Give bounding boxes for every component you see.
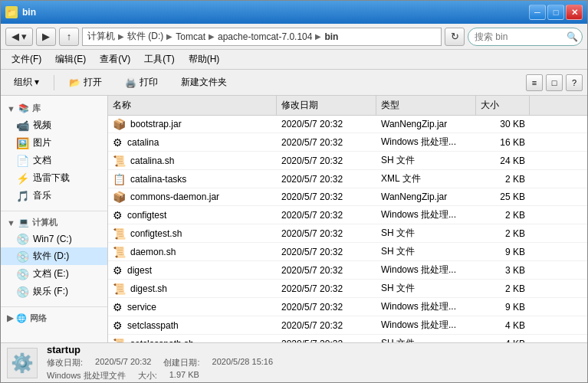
back-button[interactable]: ◀ ▾ [5, 28, 33, 46]
file-type-cell: XML 文件 [376, 170, 476, 188]
table-row[interactable]: ⚙ configtest 2020/5/7 20:32 Windows 批处理.… [108, 206, 587, 224]
address-path[interactable]: 计算机 ▶ 软件 (D:) ▶ Tomcat ▶ apache-tomcat-7… [82, 28, 442, 46]
sidebar-item-e-drive[interactable]: 💿 文档 (E:) [1, 265, 107, 283]
close-button[interactable]: ✕ [566, 5, 583, 20]
path-version[interactable]: apache-tomcat-7.0.104 [218, 31, 312, 42]
file-date-cell: 2020/5/7 20:32 [277, 116, 376, 132]
table-row[interactable]: 📋 catalina-tasks 2020/5/7 20:32 XML 文件 2… [108, 170, 587, 188]
file-size-cell: 30 KB [476, 116, 530, 132]
path-bin[interactable]: bin [324, 31, 338, 42]
view-toggle-button[interactable]: ≡ [526, 74, 543, 91]
window: 📁 bin ─ □ ✕ ◀ ▾ ▶ ↑ 计算机 ▶ 软件 (D:) ▶ Tomc… [0, 0, 588, 383]
table-row[interactable]: ⚙ digest 2020/5/7 20:32 Windows 批处理... 3… [108, 261, 587, 280]
table-row[interactable]: 📦 commons-daemon.jar 2020/5/7 20:32 WanN… [108, 188, 587, 206]
forward-button[interactable]: ▶ [36, 28, 56, 46]
file-type-icon: 📦 [113, 191, 126, 203]
toolbar-right: ≡ □ ? [526, 74, 583, 91]
toolbar-separator [54, 75, 54, 90]
file-name-text: configtest.sh [130, 228, 182, 239]
file-name-cell: 📜 setclasspath.sh [108, 336, 277, 343]
sidebar-item-f-drive[interactable]: 💿 娱乐 (F:) [1, 283, 107, 300]
table-row[interactable]: 📜 configtest.sh 2020/5/7 20:32 SH 文件 2 K… [108, 224, 587, 243]
table-row[interactable]: 📦 bootstrap.jar 2020/5/7 20:32 WanNengZi… [108, 116, 587, 133]
file-type-cell: WanNengZip.jar [376, 189, 476, 205]
help-button[interactable]: ? [566, 74, 583, 91]
menu-help[interactable]: 帮助(H) [182, 51, 226, 67]
file-type-icon: 📦 [113, 118, 126, 130]
col-header-size[interactable]: 大小 [476, 96, 530, 115]
file-type-cell: Windows 批处理... [376, 133, 476, 151]
table-row[interactable]: 📜 daemon.sh 2020/5/7 20:32 SH 文件 9 KB [108, 243, 587, 261]
minimize-button[interactable]: ─ [529, 5, 546, 20]
drive-icon: 💿 [16, 268, 28, 280]
sidebar-item-downloads[interactable]: ⚡ 迅雷下载 [1, 169, 107, 187]
col-header-type[interactable]: 类型 [376, 96, 476, 115]
table-row[interactable]: ⚙ service 2020/5/7 20:32 Windows 批处理... … [108, 298, 587, 316]
col-header-date[interactable]: 修改日期 [277, 96, 376, 115]
file-size-cell: 24 KB [476, 153, 530, 169]
sidebar-item-music[interactable]: 🎵 音乐 [1, 187, 107, 205]
organize-button[interactable]: 组织 ▾ [5, 73, 48, 92]
file-name-cell: 📦 bootstrap.jar [108, 116, 277, 133]
view-panel-button[interactable]: □ [546, 74, 563, 91]
open-button[interactable]: 📂 打开 [61, 73, 110, 92]
table-row[interactable]: 📜 setclasspath.sh 2020/5/7 20:32 SH 文件 4… [108, 335, 587, 342]
sidebar-group-network-header[interactable]: ▶ 🌐 网络 [1, 310, 107, 326]
file-size-cell: 9 KB [476, 300, 530, 315]
print-button[interactable]: 🖨️ 打印 [117, 73, 166, 92]
file-type-icon: ⚙ [113, 209, 123, 221]
status-bar: ⚙️ startup 修改日期: 2020/5/7 20:32 创建日期: 20… [1, 342, 587, 382]
file-name-cell: ⚙ setclasspath [108, 317, 277, 334]
file-size-cell: 2 KB [476, 208, 530, 223]
file-date-cell: 2020/5/7 20:32 [277, 300, 376, 315]
file-type-cell: Windows 批处理... [376, 261, 476, 279]
file-date-cell: 2020/5/7 20:32 [277, 281, 376, 296]
title-bar-left: 📁 bin [5, 6, 36, 18]
sidebar-item-documents[interactable]: 📄 文档 [1, 152, 107, 169]
col-header-name[interactable]: 名称 [108, 96, 277, 115]
sidebar: ▼ 📚 库 📹 视频 🖼️ 图片 📄 文档 ⚡ [1, 96, 108, 342]
file-name-cell: 📜 digest.sh [108, 280, 277, 297]
drive-icon: 💿 [16, 250, 28, 263]
sidebar-item-pictures[interactable]: 🖼️ 图片 [1, 134, 107, 152]
path-tomcat[interactable]: Tomcat [176, 31, 205, 42]
menu-view[interactable]: 查看(V) [94, 51, 136, 67]
new-folder-button[interactable]: 新建文件夹 [172, 73, 235, 92]
status-size-value: 1.97 KB [169, 370, 199, 381]
file-date-cell: 2020/5/7 20:32 [277, 153, 376, 169]
sidebar-group-network: ▶ 🌐 网络 [1, 310, 107, 326]
up-button[interactable]: ↑ [59, 28, 79, 46]
chevron-right-icon: ▶ [7, 313, 13, 323]
file-date-cell: 2020/5/7 20:32 [277, 208, 376, 223]
maximize-button[interactable]: □ [547, 5, 564, 20]
file-list-header: 名称 修改日期 类型 大小 [108, 96, 587, 116]
search-input[interactable] [468, 28, 583, 46]
sidebar-item-c-drive[interactable]: 💿 Win7 (C:) [1, 231, 107, 247]
path-computer[interactable]: 计算机 [87, 30, 115, 43]
print-icon: 🖨️ [125, 77, 136, 88]
table-row[interactable]: ⚙ setclasspath 2020/5/7 20:32 Windows 批处… [108, 316, 587, 335]
menu-tools[interactable]: 工具(T) [138, 51, 180, 67]
file-size-cell: 2 KB [476, 172, 530, 187]
sidebar-group-computer: ▼ 💻 计算机 💿 Win7 (C:) 💿 软件 (D:) 💿 文档 (E:) [1, 214, 107, 300]
file-size-cell: 3 KB [476, 263, 530, 278]
network-icon: 🌐 [16, 313, 27, 323]
folder-icon: 📄 [16, 155, 28, 167]
sidebar-group-library-header[interactable]: ▼ 📚 库 [1, 100, 107, 116]
menu-file[interactable]: 文件(F) [5, 51, 48, 67]
path-drive[interactable]: 软件 (D:) [127, 30, 163, 43]
menu-edit[interactable]: 编辑(E) [49, 51, 92, 67]
refresh-button[interactable]: ↻ [445, 28, 465, 46]
sidebar-group-computer-header[interactable]: ▼ 💻 计算机 [1, 214, 107, 231]
toolbar: 组织 ▾ 📂 打开 🖨️ 打印 新建文件夹 ≡ □ ? [1, 70, 587, 96]
file-size-cell: 9 KB [476, 244, 530, 260]
table-row[interactable]: 📜 digest.sh 2020/5/7 20:32 SH 文件 2 KB [108, 280, 587, 298]
sidebar-item-d-drive[interactable]: 💿 软件 (D:) [1, 247, 107, 265]
file-type-cell: WanNengZip.jar [376, 116, 476, 132]
sidebar-item-videos[interactable]: 📹 视频 [1, 116, 107, 134]
file-size-cell: 4 KB [476, 336, 530, 343]
file-size-cell: 4 KB [476, 318, 530, 333]
table-row[interactable]: 📜 catalina.sh 2020/5/7 20:32 SH 文件 24 KB [108, 152, 587, 170]
table-row[interactable]: ⚙ catalina 2020/5/7 20:32 Windows 批处理...… [108, 133, 587, 152]
file-type-cell: SH 文件 [376, 152, 476, 169]
